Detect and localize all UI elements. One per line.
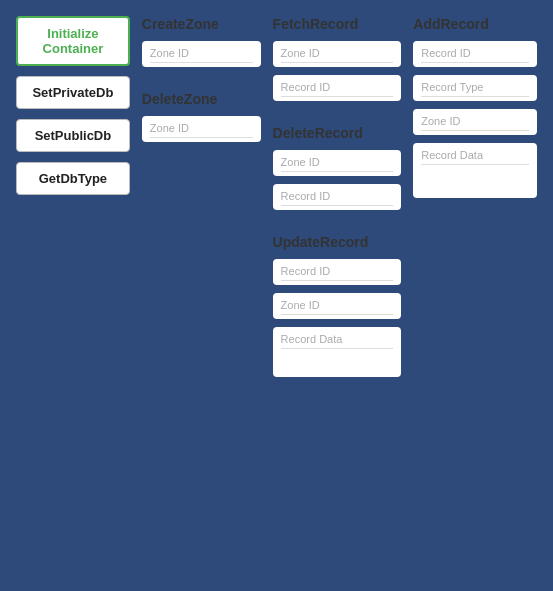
fetch-record-title: FetchRecord (273, 16, 402, 32)
fetch-record-recordid-wrapper: Record ID (273, 75, 402, 101)
get-db-type-button[interactable]: GetDbType (16, 162, 130, 195)
fetch-record-group: FetchRecord Zone ID Record ID (273, 16, 402, 105)
delete-record-zoneid-wrapper: Zone ID (273, 150, 402, 176)
update-record-group: UpdateRecord Record ID Zone ID Record Da… (273, 234, 402, 381)
column-3: FetchRecord Zone ID Record ID DeleteReco… (273, 16, 402, 381)
delete-record-zoneid-placeholder: Zone ID (281, 156, 394, 172)
add-record-recordid-wrapper: Record ID (413, 41, 537, 67)
set-private-db-button[interactable]: SetPrivateDb (16, 76, 130, 109)
add-record-data-wrapper: Record Data (413, 143, 537, 198)
delete-zone-group: DeleteZone Zone ID (142, 91, 261, 146)
add-record-data-placeholder: Record Data (421, 149, 529, 165)
update-record-data-wrapper: Record Data (273, 327, 402, 377)
update-record-data-placeholder: Record Data (281, 333, 394, 349)
add-record-type-wrapper: Record Type (413, 75, 537, 101)
fetch-record-zoneid-placeholder: Zone ID (281, 47, 394, 63)
add-record-zoneid-wrapper: Zone ID (413, 109, 537, 135)
update-record-title: UpdateRecord (273, 234, 402, 250)
column-2: CreateZone Zone ID DeleteZone Zone ID (142, 16, 261, 146)
fetch-record-zoneid-wrapper: Zone ID (273, 41, 402, 67)
add-record-zoneid-placeholder: Zone ID (421, 115, 529, 131)
delete-record-title: DeleteRecord (273, 125, 402, 141)
delete-record-group: DeleteRecord Zone ID Record ID (273, 125, 402, 214)
delete-record-recordid-wrapper: Record ID (273, 184, 402, 210)
set-public-db-button[interactable]: SetPublicDb (16, 119, 130, 152)
fetch-record-recordid-placeholder: Record ID (281, 81, 394, 97)
initialize-container-button[interactable]: Initialize Container (16, 16, 130, 66)
add-record-recordid-placeholder: Record ID (421, 47, 529, 63)
delete-record-recordid-placeholder: Record ID (281, 190, 394, 206)
add-record-type-placeholder: Record Type (421, 81, 529, 97)
update-record-recordid-wrapper: Record ID (273, 259, 402, 285)
delete-zone-zoneid-placeholder: Zone ID (150, 122, 253, 138)
add-record-group: AddRecord Record ID Record Type Zone ID … (413, 16, 537, 202)
update-record-zoneid-wrapper: Zone ID (273, 293, 402, 319)
update-record-zoneid-placeholder: Zone ID (281, 299, 394, 315)
column-1: Initialize Container SetPrivateDb SetPub… (16, 16, 130, 195)
create-zone-zoneid-placeholder: Zone ID (150, 47, 253, 63)
create-zone-title: CreateZone (142, 16, 261, 32)
create-zone-group: CreateZone Zone ID (142, 16, 261, 71)
delete-zone-title: DeleteZone (142, 91, 261, 107)
update-record-recordid-placeholder: Record ID (281, 265, 394, 281)
column-4: AddRecord Record ID Record Type Zone ID … (413, 16, 537, 202)
add-record-title: AddRecord (413, 16, 537, 32)
create-zone-zoneid-wrapper: Zone ID (142, 41, 261, 67)
delete-zone-zoneid-wrapper: Zone ID (142, 116, 261, 142)
